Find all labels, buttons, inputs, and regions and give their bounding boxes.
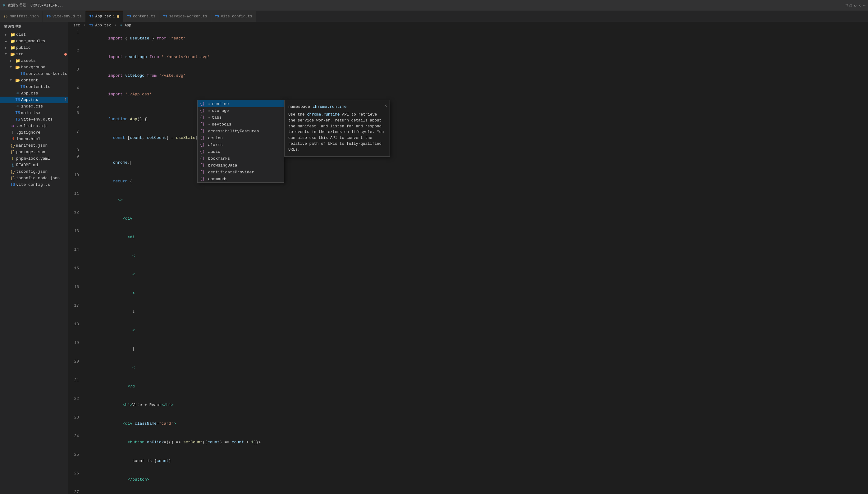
- sidebar-item-content-ts[interactable]: TS content.ts: [0, 83, 68, 90]
- chevron-right-icon: ▶: [5, 46, 10, 50]
- close-icon[interactable]: ✕: [859, 3, 861, 8]
- more-icon[interactable]: ⋯: [863, 3, 866, 8]
- autocomplete-item-browsing-data[interactable]: {} browsingData: [198, 162, 284, 169]
- tab-modified-badge: 1: [113, 15, 115, 18]
- tree-item-label: content: [20, 78, 68, 83]
- code-line-5: 5: [68, 104, 868, 110]
- namespace-icon: {}: [200, 163, 206, 168]
- tab-label: service-worker.ts: [169, 14, 207, 19]
- code-line-17: 17 t: [68, 303, 868, 321]
- sidebar-item-manifest-json[interactable]: {} manifest.json: [0, 142, 68, 149]
- line-number: 13: [68, 228, 84, 234]
- tab-app-tsx[interactable]: TS App.tsx 1: [86, 11, 123, 22]
- namespace-icon: {}: [200, 122, 206, 127]
- autocomplete-item-certificate-provider[interactable]: {} certificateProvider: [198, 169, 284, 175]
- tooltip-close-button[interactable]: ✕: [385, 103, 387, 108]
- line-content: <p>: [84, 489, 868, 494]
- autocomplete-label: storage: [212, 109, 282, 113]
- chevron-right-icon: ▶: [5, 33, 10, 37]
- tree-item-label: package.json: [16, 149, 68, 155]
- autocomplete-item-commands[interactable]: {} commands: [198, 175, 284, 183]
- autocomplete-item-tabs[interactable]: {} ★ tabs: [198, 114, 284, 121]
- line-content: <button onClick={() => setCount((count) …: [84, 433, 868, 452]
- code-line-27: 27 <p>: [68, 489, 868, 494]
- line-content: <div className="card">: [84, 415, 868, 433]
- json-icon: {}: [10, 176, 16, 180]
- tab-manifest[interactable]: {} manifest.json: [0, 11, 43, 22]
- tree-item-label: tsconfig.json: [16, 169, 68, 174]
- line-number: 16: [68, 284, 84, 290]
- autocomplete-item-accessibility[interactable]: {} accessibilityFeatures: [198, 128, 284, 135]
- folder-icon: 📁: [10, 45, 16, 50]
- code-line-2: 2 import reactLogo from './assets/react.…: [68, 48, 868, 66]
- autocomplete-item-action[interactable]: {} action: [198, 135, 284, 141]
- sidebar-item-assets[interactable]: ▶ 📁 assets: [0, 57, 68, 64]
- autocomplete-item-devtools[interactable]: {} ★ devtools: [198, 121, 284, 128]
- breadcrumb-function: App: [124, 23, 131, 27]
- sidebar-item-index-html[interactable]: H index.html: [0, 136, 68, 142]
- autocomplete-item-alarms[interactable]: {} alarms: [198, 141, 284, 148]
- folder-icon: 📁: [10, 39, 16, 44]
- sidebar-header: 资源管理器: [0, 22, 68, 31]
- sidebar-item-background[interactable]: ▼ 📂 background: [0, 64, 68, 71]
- autocomplete-item-storage[interactable]: {} ★ storage: [198, 107, 284, 114]
- line-number: 4: [68, 85, 84, 91]
- autocomplete-item-bookmarks[interactable]: {} bookmarks: [198, 155, 284, 162]
- yaml-icon: !: [10, 156, 16, 161]
- sidebar-item-service-worker-ts[interactable]: TS service-worker.ts: [0, 71, 68, 77]
- line-number: 22: [68, 396, 84, 402]
- tab-vite-env[interactable]: TS vite-env.d.ts: [43, 11, 86, 22]
- file-icon: !: [10, 130, 16, 135]
- tab-label: manifest.json: [9, 14, 39, 19]
- namespace-icon: {}: [200, 156, 206, 160]
- line-content: <h1>Vite + React</h1>: [84, 396, 868, 415]
- sidebar-item-vite-env[interactable]: TS vite-env.d.ts: [0, 116, 68, 123]
- autocomplete-label: accessibilityFeatures: [208, 129, 282, 134]
- json-icon: {}: [10, 150, 16, 154]
- autocomplete-item-audio[interactable]: {} audio: [198, 148, 284, 155]
- tree-item-label: node_modules: [16, 39, 68, 44]
- sidebar-item-package-json[interactable]: {} package.json: [0, 149, 68, 155]
- sidebar-item-dist[interactable]: ▶ 📁 dist: [0, 31, 68, 38]
- sidebar-item-eslintrc[interactable]: ⊙ .eslintrc.cjs: [0, 123, 68, 129]
- line-content: t: [84, 303, 868, 321]
- sidebar-item-app-css[interactable]: # App.css: [0, 90, 68, 97]
- refresh-icon[interactable]: ↻: [854, 3, 856, 8]
- sidebar-item-vite-config-ts[interactable]: TS vite.config.ts: [0, 182, 68, 188]
- ts-file-icon: TS: [20, 84, 25, 89]
- tab-vite-config[interactable]: TS vite.config.ts: [211, 11, 256, 22]
- star-icon: ★: [208, 116, 210, 119]
- sidebar-item-gitignore[interactable]: ! .gitignore: [0, 129, 68, 136]
- copy-icon[interactable]: ⬚: [845, 3, 848, 8]
- sidebar-item-public[interactable]: ▶ 📁 public: [0, 44, 68, 51]
- sidebar-item-src[interactable]: ▼ 📂 src: [0, 51, 68, 57]
- sidebar-item-readme[interactable]: ℹ README.md: [0, 162, 68, 168]
- sidebar-item-pnpm-lock[interactable]: ! pnpm-lock.yaml: [0, 155, 68, 162]
- sidebar-item-main-tsx[interactable]: TS main.tsx: [0, 110, 68, 116]
- css-file-icon: #: [15, 104, 20, 109]
- line-content: <: [84, 284, 868, 303]
- sidebar-item-content-folder[interactable]: ▼ 📂 content: [0, 77, 68, 83]
- tree-item-label: background: [20, 64, 68, 70]
- tree-item-label: App.tsx: [20, 97, 65, 102]
- error-badge: [64, 53, 67, 56]
- tooltip-body: Use the chrome.runtime API to retrieve t…: [288, 112, 386, 153]
- sidebar-item-tsconfig-node[interactable]: {} tsconfig.node.json: [0, 175, 68, 182]
- ts-file-icon: TS: [10, 183, 16, 187]
- code-line-1: 1 import { useState } from 'react': [68, 29, 868, 48]
- line-content: <: [84, 359, 868, 377]
- line-number: 1: [68, 29, 84, 35]
- code-line-25: 25 count is {count}: [68, 452, 868, 470]
- autocomplete-item-runtime[interactable]: {} ★ runtime: [198, 100, 284, 107]
- sidebar-item-node-modules[interactable]: ▶ 📁 node_modules: [0, 38, 68, 44]
- sidebar-item-app-tsx[interactable]: TS App.tsx 1: [0, 97, 68, 103]
- line-content: <: [84, 247, 868, 265]
- tab-service-worker[interactable]: TS service-worker.ts: [159, 11, 211, 22]
- paste-icon[interactable]: ❐: [849, 3, 852, 8]
- eslint-icon: ⊙: [10, 124, 16, 129]
- code-editor[interactable]: 1 import { useState } from 'react' 2 imp…: [68, 29, 868, 494]
- tab-label: vite.config.ts: [221, 14, 252, 19]
- tab-content[interactable]: TS content.ts: [123, 11, 159, 22]
- sidebar-item-index-css[interactable]: # index.css: [0, 103, 68, 110]
- sidebar-item-tsconfig[interactable]: {} tsconfig.json: [0, 168, 68, 175]
